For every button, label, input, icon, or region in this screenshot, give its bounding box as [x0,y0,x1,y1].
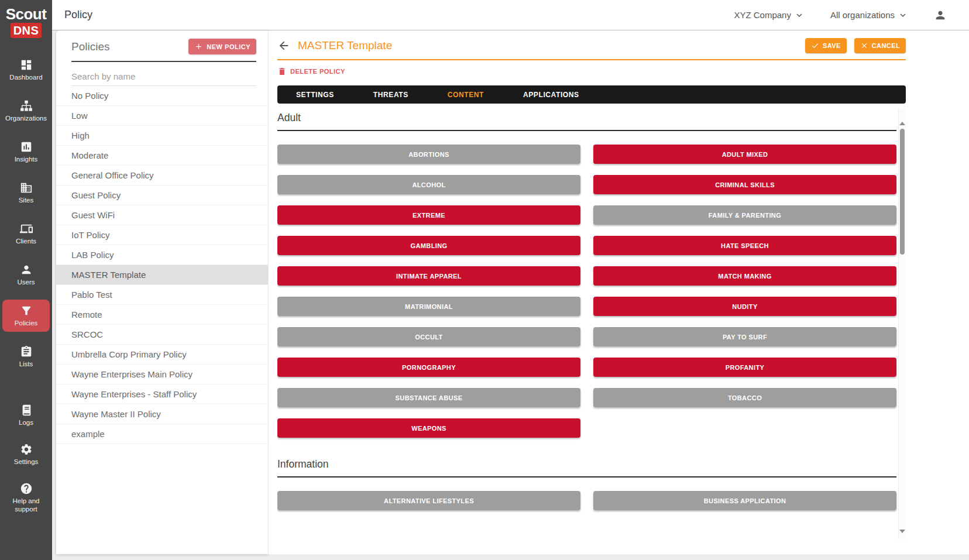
sidebar-spacer [0,373,52,399]
policy-editor-panel: MASTER Template SAVE CANCEL DELETE POLIC… [268,30,969,554]
organizations-icon [20,99,33,112]
save-button[interactable]: SAVE [805,38,847,53]
policy-list-item-guest-policy[interactable]: Guest Policy [56,185,268,205]
sidebar-item-label: Insights [15,155,38,163]
policy-list-item-low[interactable]: Low [56,106,268,126]
cancel-button[interactable]: CANCEL [854,38,906,53]
sidebar-item-label: Users [17,278,35,286]
category-toggle-occult[interactable]: OCCULT [277,327,580,346]
new-policy-label: NEW POLICY [207,43,250,50]
policy-list-item-moderate[interactable]: Moderate [56,146,268,166]
sidebar-nav: DashboardOrganizationsInsightsSitesClien… [0,54,52,373]
sidebar-item-help[interactable]: Help and support [2,477,50,518]
category-toggle-extreme[interactable]: EXTREME [277,205,580,225]
policy-list-item-master-template[interactable]: MASTER Template [56,265,268,285]
close-icon [860,42,868,50]
tab-applications[interactable]: APPLICATIONS [517,91,585,99]
scrollbar-thumb[interactable] [900,129,905,255]
help-icon [20,482,33,495]
scrollbar-up-arrow[interactable] [899,122,905,125]
topbar: Policy XYZ Company All organizations [52,0,969,30]
content-scroll-area: AdultABORTIONSADULT MIXEDALCOHOLCRIMINAL… [277,109,906,539]
insights-icon [20,140,33,153]
check-icon [811,42,819,50]
category-toggle-business-application[interactable]: BUSINESS APPLICATION [593,491,896,510]
category-toggle-alternative-lifestyles[interactable]: ALTERNATIVE LIFESTYLES [277,491,580,510]
scrollbar[interactable] [898,109,906,539]
chevron-down-icon [898,10,908,20]
organization-dropdown[interactable]: All organizations [830,10,908,20]
policy-search [71,62,256,86]
tab-content[interactable]: CONTENT [442,91,490,99]
sidebar-item-dashboard[interactable]: Dashboard [2,54,50,86]
sidebar-item-sites[interactable]: Sites [2,177,50,209]
new-policy-button[interactable]: NEW POLICY [188,39,256,54]
sidebar-item-policies[interactable]: Policies [2,300,50,332]
category-toggle-profanity[interactable]: PROFANITY [593,358,896,377]
account-button[interactable] [934,9,947,22]
policy-list-item-example[interactable]: example [56,424,268,444]
editor-header: MASTER Template SAVE CANCEL [277,30,906,60]
policy-list-item-general-office-policy[interactable]: General Office Policy [56,166,268,185]
delete-policy-label: DELETE POLICY [290,68,345,75]
search-input[interactable] [71,70,256,86]
category-toggle-intimate-apparel[interactable]: INTIMATE APPAREL [277,266,580,286]
policies-panel: Policies NEW POLICY No PolicyLowHighMode… [56,30,268,554]
category-toggle-gambling[interactable]: GAMBLING [277,236,580,255]
category-toggle-nudity[interactable]: NUDITY [593,297,896,316]
policy-list-item-wayne-enterprises-main-policy[interactable]: Wayne Enterprises Main Policy [56,365,268,384]
settings-icon [20,443,33,456]
sidebar-item-users[interactable]: Users [2,259,50,291]
save-label: SAVE [823,42,841,49]
category-toggle-criminal-skills[interactable]: CRIMINAL SKILLS [593,175,896,194]
sidebar-item-label: Sites [19,196,34,204]
category-toggle-weapons[interactable]: WEAPONS [277,418,580,438]
policy-list-item-remote[interactable]: Remote [56,305,268,325]
policy-list-item-guest-wifi[interactable]: Guest WiFi [56,205,268,225]
sidebar-item-organizations[interactable]: Organizations [2,95,50,127]
content-row: Policies NEW POLICY No PolicyLowHighMode… [52,30,969,554]
policy-list-item-umbrella-corp-primary-policy[interactable]: Umbrella Corp Primary Policy [56,345,268,365]
policy-list-item-pablo-test[interactable]: Pablo Test [56,285,268,305]
scrollbar-down-arrow[interactable] [899,530,905,533]
policy-list-item-wayne-enterprises-staff-policy[interactable]: Wayne Enterprises - Staff Policy [56,384,268,404]
policy-list-item-wayne-master-ii-policy[interactable]: Wayne Master II Policy [56,404,268,424]
category-toggle-hate-speech[interactable]: HATE SPEECH [593,236,896,255]
policy-list-item-srcoc[interactable]: SRCOC [56,325,268,345]
category-toggle-tobacco[interactable]: TOBACCO [593,388,896,407]
category-toggle-alcohol[interactable]: ALCOHOL [277,175,580,194]
policy-list-item-high[interactable]: High [56,126,268,146]
category-toggle-pornography[interactable]: PORNOGRAPHY [277,358,580,377]
tab-bar: SETTINGSTHREATSCONTENTAPPLICATIONS [277,85,906,104]
sidebar-item-label: Help and support [4,497,49,513]
user-icon [934,9,947,22]
category-toggle-adult-mixed[interactable]: ADULT MIXED [593,145,896,164]
category-toggle-match-making[interactable]: MATCH MAKING [593,266,896,286]
logs-icon [20,404,33,417]
category-toggle-family-parenting[interactable]: FAMILY & PARENTING [593,205,896,225]
back-button[interactable] [277,39,290,52]
policy-list-item-lab-policy[interactable]: LAB Policy [56,245,268,265]
category-toggle-substance-abuse[interactable]: SUBSTANCE ABUSE [277,388,580,407]
policy-list-item-no-policy[interactable]: No Policy [56,86,268,106]
sidebar-footer-nav: LogsSettingsHelp and support [0,399,52,560]
sites-icon [20,181,33,194]
sidebar: Scout DNS DashboardOrganizationsInsights… [0,0,52,560]
sidebar-item-logs[interactable]: Logs [2,399,50,431]
sidebar-item-settings[interactable]: Settings [2,438,50,470]
delete-policy-button[interactable]: DELETE POLICY [277,67,345,76]
sidebar-item-clients[interactable]: Clients [2,218,50,250]
category-toggle-abortions[interactable]: ABORTIONS [277,145,580,164]
sidebar-item-insights[interactable]: Insights [2,136,50,168]
cancel-label: CANCEL [872,42,900,49]
sidebar-item-label: Clients [16,237,36,245]
brand-logo[interactable]: Scout DNS [0,0,52,54]
tab-settings[interactable]: SETTINGS [290,91,340,99]
category-toggle-pay-to-surf[interactable]: PAY TO SURF [593,327,896,346]
policies-panel-title: Policies [71,40,109,53]
tab-threats[interactable]: THREATS [367,91,414,99]
company-dropdown[interactable]: XYZ Company [734,10,805,20]
policy-list-item-iot-policy[interactable]: IoT Policy [56,225,268,245]
sidebar-item-lists[interactable]: Lists [2,341,50,373]
category-toggle-matrimonial[interactable]: MATRIMONIAL [277,297,580,316]
